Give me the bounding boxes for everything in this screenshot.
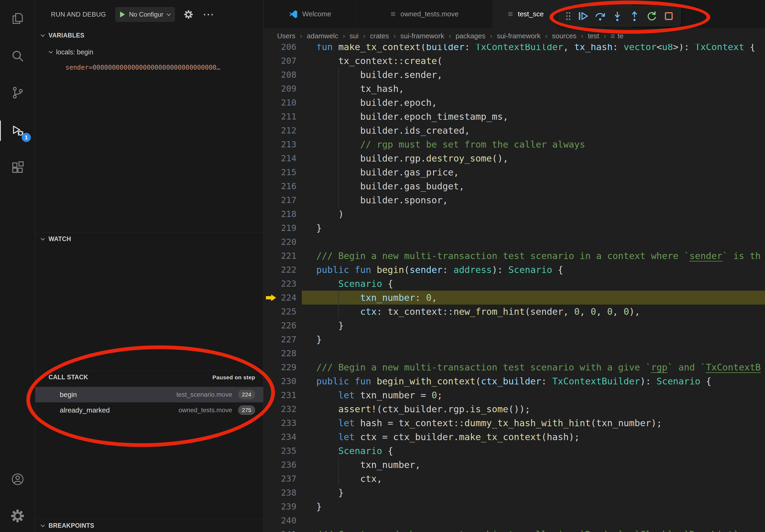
activity-search[interactable]: [0, 42, 35, 70]
code-line[interactable]: 214 builder.rgp.destroy_some(),: [264, 151, 765, 165]
continue-button[interactable]: [575, 8, 591, 24]
breadcrumb-item[interactable]: test: [588, 32, 599, 40]
gutter-glyph-margin[interactable]: [264, 291, 278, 305]
code-line[interactable]: 233 let hash = tx_context::dummy_tx_hash…: [264, 416, 765, 430]
gutter-glyph-margin[interactable]: [264, 82, 278, 96]
gutter-glyph-margin[interactable]: [264, 165, 278, 179]
code-line[interactable]: 234 let ctx = ctx_builder.make_tx_contex…: [264, 430, 765, 444]
line-number[interactable]: 241: [278, 527, 297, 532]
breadcrumb-item[interactable]: packages: [456, 32, 485, 40]
gutter-glyph-margin[interactable]: [264, 333, 278, 346]
breadcrumb-item[interactable]: sui-framework: [497, 32, 541, 40]
code-line[interactable]: 232 assert!(ctx_builder.rgp.is_some());: [264, 402, 765, 416]
code-line[interactable]: 225 ctx: tx_context::new_from_hint(sende…: [264, 305, 765, 319]
line-number[interactable]: 209: [278, 82, 297, 96]
gutter-glyph-margin[interactable]: [264, 527, 278, 532]
line-number[interactable]: 207: [278, 54, 297, 68]
line-number[interactable]: 210: [278, 96, 297, 110]
line-number[interactable]: 211: [278, 110, 297, 124]
gutter-glyph-margin[interactable]: [264, 388, 278, 402]
line-number[interactable]: 222: [278, 263, 297, 277]
line-number[interactable]: 226: [278, 319, 297, 333]
gutter-glyph-margin[interactable]: [264, 96, 278, 110]
gutter-glyph-margin[interactable]: [264, 305, 278, 319]
line-number[interactable]: 231: [278, 388, 297, 402]
code-line[interactable]: 230public fun begin_with_context(ctx_bui…: [264, 374, 765, 388]
line-number[interactable]: 224: [278, 291, 297, 305]
code-line[interactable]: 229/// Begin a new multi-transaction tes…: [264, 360, 765, 374]
code-line[interactable]: 236 txn_number,: [264, 458, 765, 472]
code-editor[interactable]: 206fun make_tx_context(builder: TxContex…: [264, 44, 765, 532]
breadcrumb-item[interactable]: crates: [370, 32, 389, 40]
breadcrumb-item[interactable]: sui: [350, 32, 359, 40]
gutter-glyph-margin[interactable]: [264, 249, 278, 263]
code-line[interactable]: 216 builder.gas_budget,: [264, 179, 765, 193]
toolbar-drag-handle-icon[interactable]: [563, 8, 574, 24]
gutter-glyph-margin[interactable]: [264, 513, 278, 527]
call-stack-section-header[interactable]: CALL STACK Paused on step: [35, 371, 263, 384]
code-line[interactable]: 237 ctx,: [264, 472, 765, 486]
gutter-glyph-margin[interactable]: [264, 402, 278, 416]
gutter-glyph-margin[interactable]: [264, 346, 278, 360]
variables-scope-row[interactable]: locals: begin: [35, 45, 263, 59]
code-line[interactable]: 220: [264, 235, 765, 249]
line-number[interactable]: 219: [278, 221, 297, 235]
line-number[interactable]: 215: [278, 165, 297, 179]
start-debugging-icon[interactable]: [120, 12, 125, 17]
code-line[interactable]: 241/// Creates and shares system objects…: [264, 527, 765, 532]
gutter-glyph-margin[interactable]: [264, 360, 278, 374]
activity-run-debug[interactable]: 1: [0, 117, 35, 145]
line-number[interactable]: 233: [278, 416, 297, 430]
code-line[interactable]: 222public fun begin(sender: address): Sc…: [264, 263, 765, 277]
code-line[interactable]: 215 builder.gas_price,: [264, 165, 765, 179]
code-line[interactable]: 239}: [264, 500, 765, 513]
gutter-glyph-margin[interactable]: [264, 137, 278, 151]
code-line[interactable]: 235 Scenario {: [264, 444, 765, 458]
code-line[interactable]: 208 builder.sender,: [264, 68, 765, 82]
tab-welcome[interactable]: Welcome: [264, 0, 357, 28]
gutter-glyph-margin[interactable]: [264, 500, 278, 513]
code-line[interactable]: 221/// Begin a new multi-transaction tes…: [264, 249, 765, 263]
code-line[interactable]: 211 builder.epoch_timestamp_ms,: [264, 110, 765, 124]
code-line[interactable]: 227}: [264, 333, 765, 346]
gutter-glyph-margin[interactable]: [264, 416, 278, 430]
code-line[interactable]: 209 tx_hash,: [264, 82, 765, 96]
line-number[interactable]: 213: [278, 137, 297, 151]
gutter-glyph-margin[interactable]: [264, 235, 278, 249]
activity-explorer[interactable]: [0, 5, 35, 32]
line-number[interactable]: 212: [278, 124, 297, 137]
gutter-glyph-margin[interactable]: [264, 44, 278, 54]
code-line[interactable]: 226 }: [264, 319, 765, 333]
step-over-button[interactable]: [592, 8, 608, 24]
line-number[interactable]: 234: [278, 430, 297, 444]
code-line[interactable]: 217 builder.sponsor,: [264, 193, 765, 207]
line-number[interactable]: 206: [278, 44, 297, 54]
gutter-glyph-margin[interactable]: [264, 374, 278, 388]
gutter-glyph-margin[interactable]: [264, 193, 278, 207]
configure-gear-icon[interactable]: [182, 8, 195, 21]
gutter-glyph-margin[interactable]: [264, 68, 278, 82]
gutter-glyph-margin[interactable]: [264, 54, 278, 68]
more-actions-icon[interactable]: ⋯: [203, 9, 214, 20]
code-line[interactable]: 213 // rgp must be set from the caller a…: [264, 137, 765, 151]
line-number[interactable]: 225: [278, 305, 297, 319]
line-number[interactable]: 238: [278, 486, 297, 500]
line-number[interactable]: 223: [278, 277, 297, 291]
code-line[interactable]: 219}: [264, 221, 765, 235]
call-stack-frame[interactable]: begintest_scenario.move224: [35, 387, 263, 402]
activity-settings[interactable]: [0, 502, 35, 530]
breakpoints-section-header[interactable]: BREAKPOINTS: [35, 519, 263, 532]
code-line[interactable]: 223 Scenario {: [264, 277, 765, 291]
gutter-glyph-margin[interactable]: [264, 179, 278, 193]
line-number[interactable]: 239: [278, 500, 297, 513]
line-number[interactable]: 229: [278, 360, 297, 374]
line-number[interactable]: 217: [278, 193, 297, 207]
code-line[interactable]: 224 txn_number: 0,: [264, 291, 765, 305]
gutter-glyph-margin[interactable]: [264, 486, 278, 500]
gutter-glyph-margin[interactable]: [264, 319, 278, 333]
code-line[interactable]: 210 builder.epoch,: [264, 96, 765, 110]
line-number[interactable]: 216: [278, 179, 297, 193]
gutter-glyph-margin[interactable]: [264, 458, 278, 472]
variables-section-header[interactable]: VARIABLES: [35, 29, 263, 42]
code-line[interactable]: 238 }: [264, 486, 765, 500]
